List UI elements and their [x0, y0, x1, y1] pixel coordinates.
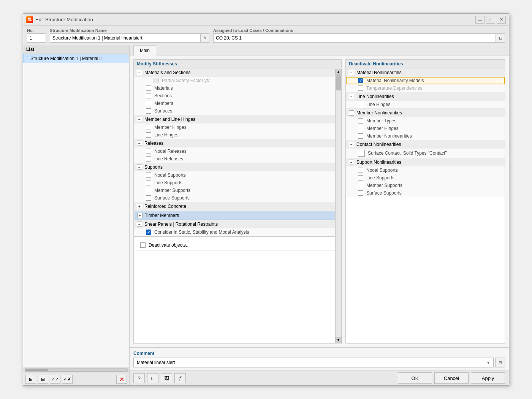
collapse-hinges-btn[interactable]: −: [137, 117, 142, 122]
checkbox-surface-contact[interactable]: [358, 150, 365, 157]
checkbox-member-types[interactable]: [358, 118, 363, 124]
group-shear-header[interactable]: − Shear Panels | Rotational Restraints: [134, 220, 341, 228]
name-input[interactable]: [50, 33, 200, 43]
checkbox-member-nonlinearities[interactable]: [358, 133, 363, 139]
item-member-hinges: Member Hinges: [134, 124, 341, 131]
checkbox-consider-analysis[interactable]: [146, 230, 151, 235]
delete-list-button[interactable]: ✕: [116, 375, 127, 384]
checkbox-nodal-supports[interactable]: [146, 173, 151, 178]
checkbox-surface-supports-nl[interactable]: [358, 190, 363, 196]
collapse-support-nl-btn[interactable]: −: [349, 160, 354, 165]
help-button[interactable]: ?: [133, 373, 145, 383]
item-consider-analysis: Consider in Static, Stability and Modal …: [134, 228, 341, 236]
checkbox-line-releases[interactable]: [146, 156, 151, 162]
group-member-nl-header[interactable]: − Member Nonlinearities: [346, 109, 505, 117]
checkbox-sections[interactable]: [146, 93, 151, 98]
checkbox-line-supports[interactable]: [146, 180, 151, 185]
group-support-nl-header[interactable]: − Support Nonlinearities: [346, 158, 505, 166]
add-list-button2[interactable]: ⊟: [38, 375, 48, 384]
checkbox-member-hinges[interactable]: [146, 125, 151, 130]
checkbox-member-supports-nl[interactable]: [358, 183, 363, 188]
checkbox-line-hinges-nl[interactable]: [358, 102, 363, 107]
checkbox-nodal-supports-nl[interactable]: [358, 168, 363, 173]
check-list-button[interactable]: ✓✓: [50, 375, 60, 384]
comment-dropdown[interactable]: Material linearisiert ▼: [133, 358, 494, 367]
scroll-track: [336, 75, 341, 337]
checkbox-deactivate[interactable]: [140, 242, 146, 248]
vertical-scrollbar[interactable]: ▲ ▼: [335, 69, 341, 343]
group-supports-header[interactable]: − Supports: [134, 163, 341, 171]
add-list-button[interactable]: ⊞: [25, 375, 36, 384]
collapse-timber-btn[interactable]: +: [137, 213, 142, 218]
comment-edit-button[interactable]: ⊟: [495, 358, 505, 367]
checkbox-nodal-releases[interactable]: [146, 149, 151, 154]
uncheck-list-button[interactable]: ✓✗: [62, 375, 73, 384]
checkbox-member-supports[interactable]: [146, 188, 151, 193]
label-surfaces: Surfaces: [154, 108, 172, 114]
apply-button[interactable]: Apply: [471, 372, 505, 384]
collapse-releases-btn[interactable]: −: [137, 141, 142, 146]
checkbox-surface-supports[interactable]: [146, 195, 151, 201]
checkbox-member-hinges-nl[interactable]: [358, 126, 363, 131]
group-member-line-hinges-header[interactable]: − Member and Line Hinges: [134, 115, 341, 124]
group-timber-header[interactable]: + Timber Members: [134, 211, 341, 220]
item-surface-contact: Surface Contact, Solid Types "Contact": [346, 149, 505, 158]
box-button[interactable]: □: [147, 373, 158, 383]
group-contact-nl-header[interactable]: − Contact Nonlinearities: [346, 140, 505, 149]
checkbox-members[interactable]: [146, 101, 151, 106]
checkbox-partial-safety[interactable]: [154, 78, 159, 83]
item-member-supports-nl: Member Supports: [346, 182, 505, 189]
cancel-button[interactable]: Cancel: [434, 372, 469, 384]
assigned-edit-button[interactable]: ⊟: [496, 33, 505, 43]
label-surface-supports: Surface Supports: [154, 195, 190, 201]
collapse-line-nl-btn[interactable]: −: [349, 94, 354, 99]
label-nodal-releases: Nodal Releases: [154, 149, 187, 154]
group-releases-header[interactable]: − Releases: [134, 139, 341, 147]
label-surface-supports-nl: Surface Supports: [366, 190, 402, 196]
group-rc-header[interactable]: + Reinforced Concrete: [134, 202, 341, 211]
deactivate-row: Deactivate objects...: [137, 240, 338, 250]
collapse-supports-btn[interactable]: −: [137, 165, 142, 170]
checkbox-materials[interactable]: [146, 86, 151, 91]
collapse-contact-nl-btn[interactable]: −: [349, 142, 354, 147]
label-nodal-supports: Nodal Supports: [154, 173, 186, 178]
no-field-group: No.: [27, 28, 46, 43]
horizontal-scrollbar[interactable]: [23, 367, 129, 373]
minimize-button[interactable]: —: [475, 16, 484, 24]
formula-button[interactable]: 𝑓: [174, 373, 186, 383]
close-button[interactable]: ✕: [497, 16, 506, 24]
collapse-member-nl-btn[interactable]: −: [349, 110, 354, 116]
maximize-button[interactable]: □: [486, 16, 495, 24]
assigned-input[interactable]: [213, 33, 496, 43]
tab-main[interactable]: Main: [133, 45, 156, 55]
collapse-rc-btn[interactable]: +: [137, 204, 142, 209]
checkbox-line-supports-nl[interactable]: [358, 175, 363, 180]
checkbox-line-hinges[interactable]: [146, 132, 151, 138]
image-button[interactable]: 🖼: [161, 373, 172, 383]
right-panel: Main Modify Stiffnesses − Materials and …: [130, 45, 509, 385]
ok-button[interactable]: OK: [398, 372, 432, 384]
checkbox-temp-dependencies[interactable]: [358, 86, 363, 91]
scroll-thumb[interactable]: [336, 75, 341, 90]
group-materials-sections-header[interactable]: − Materials and Sections: [134, 68, 341, 77]
group-line-nl-label: Line Nonlinearities: [356, 94, 394, 99]
list-item-label: 1 Structure Modification 1 | Material li: [27, 56, 101, 61]
checkbox-material-nl-models[interactable]: [358, 78, 363, 83]
scroll-down-btn[interactable]: ▼: [336, 337, 342, 343]
scrollbar-thumb[interactable]: [25, 369, 48, 371]
group-rc-label: Reinforced Concrete: [144, 204, 186, 209]
label-line-hinges: Line Hinges: [154, 132, 178, 138]
list-item[interactable]: 1 Structure Modification 1 | Material li: [23, 54, 129, 63]
group-member-line-hinges-label: Member and Line Hinges: [144, 117, 195, 122]
group-line-nl-header[interactable]: − Line Nonlinearities: [346, 92, 505, 101]
scroll-up-btn[interactable]: ▲: [336, 69, 342, 75]
item-surfaces: Surfaces: [134, 107, 341, 115]
collapse-materials-btn[interactable]: −: [137, 70, 142, 75]
item-sections: Sections: [134, 92, 341, 100]
checkbox-surfaces[interactable]: [146, 108, 151, 114]
name-edit-button[interactable]: ✎: [200, 33, 209, 43]
collapse-shear-btn[interactable]: −: [137, 222, 142, 227]
no-input[interactable]: [27, 33, 46, 43]
collapse-material-nl-btn[interactable]: −: [349, 70, 354, 75]
group-material-nl-header[interactable]: − Material Nonlinearities: [346, 68, 505, 77]
